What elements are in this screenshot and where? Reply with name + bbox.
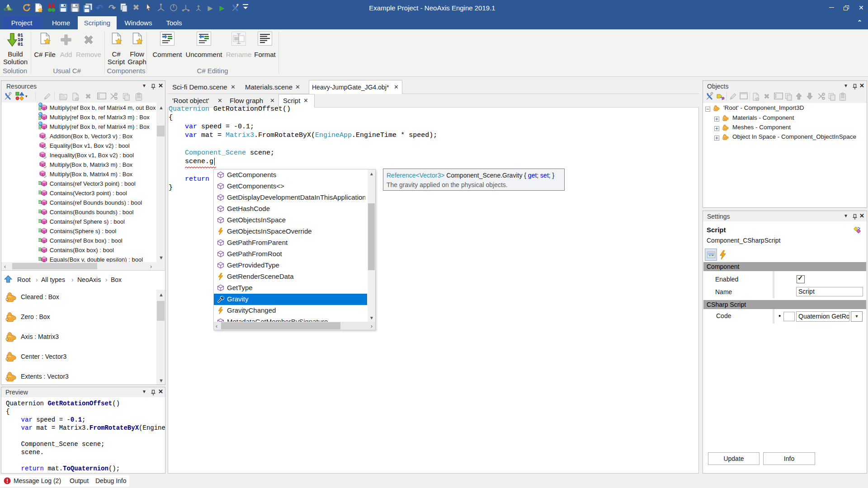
svg-text:01: 01 [18,42,23,47]
